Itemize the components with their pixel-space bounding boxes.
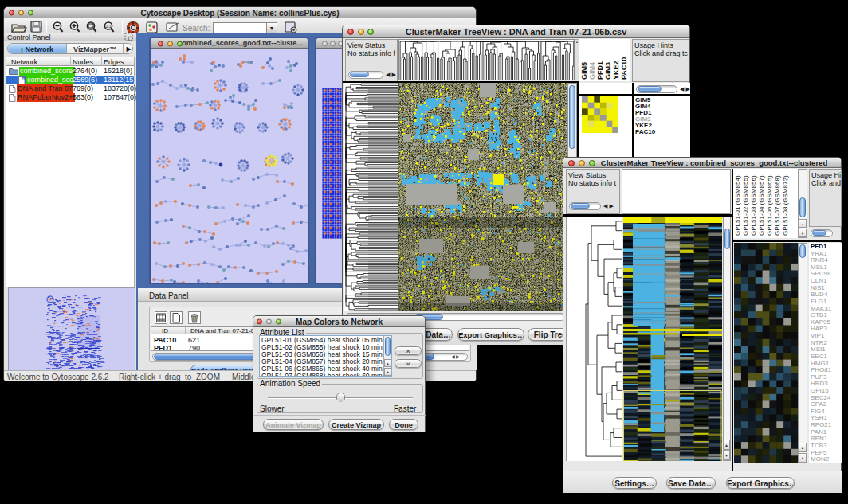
svg-text:1:1: 1:1 bbox=[106, 24, 112, 29]
